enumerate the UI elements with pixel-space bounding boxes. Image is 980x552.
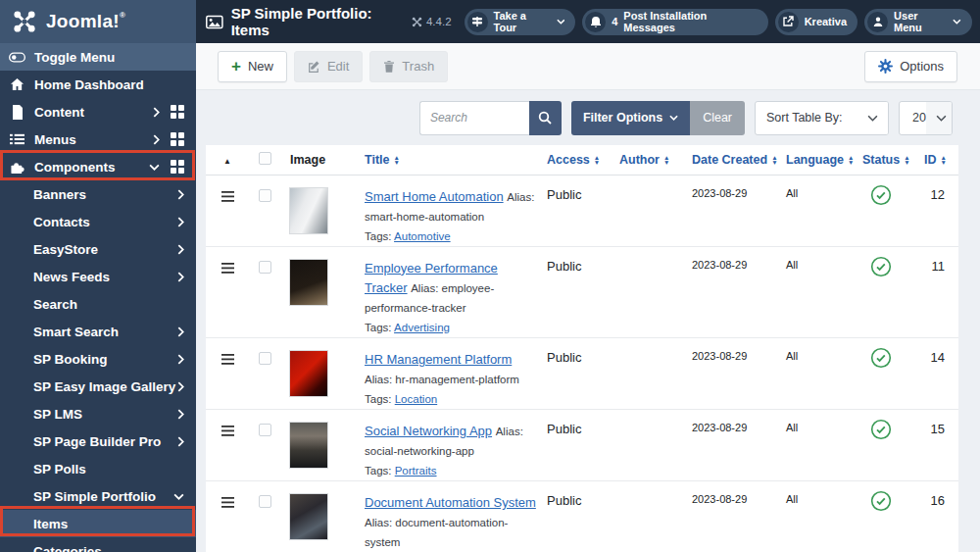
tag-link[interactable]: Automotive: [394, 230, 451, 242]
chevron-right-icon: [177, 436, 184, 447]
topbar-main: SP Simple Portfolio: Items 4.4.2 Take a …: [196, 0, 980, 43]
messages-count-badge: 4: [612, 16, 617, 27]
sidebar-item-categories[interactable]: Categories: [0, 537, 196, 552]
sidebar-item-easystore[interactable]: EasyStore: [0, 235, 196, 263]
image-icon: [206, 15, 223, 29]
row-checkbox[interactable]: [259, 261, 271, 274]
filter-options-button[interactable]: Filter Options: [571, 101, 690, 135]
sidebar-item-sp-simple-portfolio[interactable]: SP Simple Portfolio: [0, 482, 196, 510]
dashboard-grid-icon[interactable]: [171, 160, 184, 174]
item-thumbnail: [289, 187, 328, 234]
author-cell: [619, 337, 692, 409]
drag-handle-icon[interactable]: [221, 426, 234, 436]
language-cell: All: [786, 409, 862, 480]
language-cell: All: [786, 246, 862, 337]
drag-handle-icon[interactable]: [221, 263, 234, 274]
items-table: ▲ Image Title▲▼ Access▲▼ Author▲▼ Date C…: [206, 145, 958, 552]
item-title-link[interactable]: Smart Home Automation: [365, 189, 504, 204]
item-thumbnail: [289, 422, 328, 469]
chevron-down-icon: [173, 493, 184, 500]
language-cell: All: [786, 175, 862, 246]
chevron-down-icon[interactable]: [149, 164, 160, 171]
row-checkbox[interactable]: [259, 424, 271, 436]
plus-icon: +: [231, 58, 241, 75]
chevron-right-icon[interactable]: [153, 107, 160, 118]
user-menu-button[interactable]: User Menu: [864, 9, 972, 35]
id-cell: 11: [918, 246, 958, 337]
toggle-menu-button[interactable]: Toggle Menu: [0, 43, 196, 71]
sort-language[interactable]: Language▲▼: [786, 153, 854, 167]
sort-title[interactable]: Title▲▼: [365, 153, 400, 167]
topbar-actions: 4.4.2 Take a Tour 4 Post Installation Me…: [412, 9, 972, 35]
sidebar-item-sp-easy-image-gallery[interactable]: SP Easy Image Gallery: [0, 373, 196, 400]
new-button[interactable]: +New: [218, 51, 287, 82]
chevron-right-icon: [177, 381, 184, 392]
language-cell: All: [786, 481, 862, 552]
sidebar-item-items[interactable]: Items: [0, 510, 196, 537]
chevron-down-icon: [953, 19, 961, 25]
sort-author[interactable]: Author▲▼: [619, 153, 669, 167]
template-kreativa-button[interactable]: Kreativa: [775, 9, 858, 35]
drag-handle-icon[interactable]: [221, 191, 234, 202]
sidebar-item-banners[interactable]: Banners: [0, 180, 196, 208]
sort-id[interactable]: ID▲▼: [924, 153, 947, 167]
clear-button[interactable]: Clear: [690, 101, 745, 135]
sort-access[interactable]: Access▲▼: [547, 153, 600, 167]
status-published-icon[interactable]: [870, 347, 892, 369]
edit-button[interactable]: Edit: [294, 51, 363, 82]
sidebar-item-components[interactable]: Components: [0, 153, 196, 180]
joomla-brand[interactable]: Joomla!®: [0, 0, 196, 43]
status-published-icon[interactable]: [870, 256, 892, 277]
page-title: SP Simple Portfolio: Items: [206, 5, 412, 38]
drag-handle-icon[interactable]: [221, 497, 234, 508]
sidebar-item-sp-lms[interactable]: SP LMS: [0, 400, 196, 427]
row-checkbox[interactable]: [259, 352, 271, 365]
table-header-row: ▲ Image Title▲▼ Access▲▼ Author▲▼ Date C…: [206, 145, 958, 175]
date-created-cell: 2023-08-29: [692, 337, 786, 409]
file-icon: [9, 105, 25, 120]
trash-button[interactable]: Trash: [369, 51, 448, 82]
search-button[interactable]: [529, 101, 562, 135]
tag-link[interactable]: Portraits: [395, 465, 437, 477]
item-title-link[interactable]: Document Automation System: [365, 495, 536, 510]
row-checkbox[interactable]: [259, 495, 271, 508]
bell-icon: [590, 16, 602, 28]
dashboard-grid-icon[interactable]: [171, 105, 184, 119]
sort-status[interactable]: Status▲▼: [862, 153, 910, 167]
item-title-link[interactable]: HR Management Platform: [365, 352, 512, 367]
ordering-sort-icon[interactable]: ▲: [206, 157, 231, 166]
sort-date-created[interactable]: Date Created▲▼: [692, 153, 778, 167]
chevron-right-icon: [177, 326, 184, 337]
sidebar-item-contacts[interactable]: Contacts: [0, 208, 196, 235]
post-installation-messages-button[interactable]: 4 Post Installation Messages: [582, 9, 767, 35]
author-cell: [619, 175, 692, 246]
home-icon: [9, 77, 25, 91]
tag-link[interactable]: Location: [395, 393, 437, 405]
sidebar-item-content[interactable]: Content: [0, 98, 196, 125]
sidebar-item-menus[interactable]: Menus: [0, 125, 196, 153]
date-created-cell: 2023-08-29: [692, 409, 786, 480]
options-button[interactable]: Options: [864, 51, 957, 82]
sidebar-item-sp-booking[interactable]: SP Booking: [0, 345, 196, 373]
sidebar-item-news-feeds[interactable]: News Feeds: [0, 263, 196, 290]
select-all-checkbox[interactable]: [259, 152, 271, 165]
sidebar-item-sp-page-builder-pro[interactable]: SP Page Builder Pro: [0, 427, 196, 455]
gear-icon: [878, 59, 893, 74]
sort-table-by-select[interactable]: Sort Table By:: [755, 101, 889, 135]
chevron-right-icon[interactable]: [153, 134, 160, 145]
sidebar-item-search[interactable]: Search: [0, 290, 196, 318]
status-published-icon[interactable]: [870, 419, 892, 440]
sidebar-item-smart-search[interactable]: Smart Search: [0, 318, 196, 345]
sidebar-item-home-dashboard[interactable]: Home Dashboard: [0, 71, 196, 98]
status-published-icon[interactable]: [870, 490, 892, 512]
take-a-tour-button[interactable]: Take a Tour: [465, 9, 576, 35]
tag-link[interactable]: Advertising: [394, 322, 450, 333]
status-published-icon[interactable]: [870, 184, 892, 206]
sidebar-item-sp-polls[interactable]: SP Polls: [0, 455, 196, 482]
dashboard-grid-icon[interactable]: [171, 132, 184, 146]
row-checkbox[interactable]: [259, 189, 271, 202]
drag-handle-icon[interactable]: [221, 354, 234, 365]
item-title-link[interactable]: Social Networking App: [365, 424, 492, 438]
page-size-select[interactable]: 20: [899, 101, 953, 135]
search-input[interactable]: [419, 101, 529, 135]
